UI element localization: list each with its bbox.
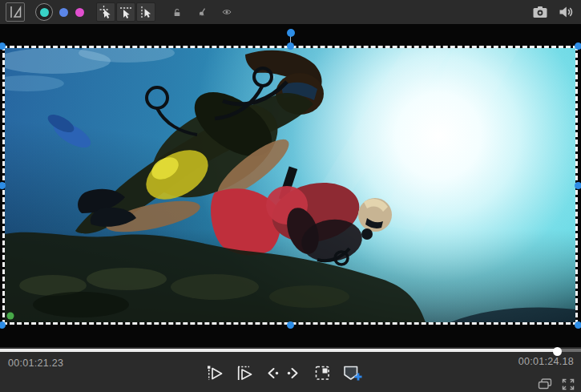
bottom-center-handle[interactable] bbox=[287, 321, 294, 329]
dashed-line-cursor-icon bbox=[119, 5, 133, 19]
add-marker-button[interactable] bbox=[341, 362, 362, 383]
eye-icon bbox=[222, 6, 232, 18]
picture-in-picture-button[interactable] bbox=[538, 378, 552, 390]
player-bottom-bar: 00:01:21.23 00:01:24.18 bbox=[0, 347, 581, 392]
current-timecode: 00:01:21.23 bbox=[8, 358, 63, 369]
mask-point-select-tool-button[interactable] bbox=[136, 2, 155, 22]
play-from-in-point-button[interactable] bbox=[204, 362, 225, 383]
fullscreen-button[interactable] bbox=[561, 378, 575, 390]
speaker-icon bbox=[559, 6, 573, 18]
bottom-left-handle[interactable] bbox=[0, 321, 6, 329]
erase-brush-button[interactable] bbox=[192, 2, 212, 22]
play-from-in-point-icon bbox=[206, 365, 224, 382]
fit-frame-button[interactable] bbox=[312, 362, 333, 383]
camera-icon bbox=[532, 6, 548, 18]
video-frame-selection[interactable] bbox=[2, 46, 578, 325]
previous-frame-icon bbox=[265, 367, 280, 379]
add-marker-icon bbox=[342, 365, 362, 382]
mask-option-group bbox=[167, 2, 236, 22]
teal-dot-icon bbox=[40, 8, 49, 17]
mask-color-teal-button[interactable] bbox=[35, 3, 53, 21]
flip-tool-button[interactable] bbox=[6, 2, 25, 22]
visibility-button[interactable] bbox=[217, 2, 236, 22]
middle-right-handle[interactable] bbox=[575, 182, 581, 189]
mask-tool-group bbox=[96, 2, 155, 22]
volume-button[interactable] bbox=[559, 6, 573, 18]
next-frame-icon bbox=[286, 367, 301, 379]
toolbar-left-group bbox=[6, 0, 236, 24]
next-frame-button[interactable] bbox=[283, 362, 304, 383]
seek-progress bbox=[0, 349, 557, 352]
top-toolbar bbox=[0, 0, 581, 25]
unlock-button[interactable] bbox=[167, 2, 187, 22]
mask-crosshair-tool-button[interactable] bbox=[96, 2, 115, 22]
mask-color-blue-button[interactable] bbox=[59, 8, 68, 17]
fullscreen-icon bbox=[562, 378, 575, 390]
top-right-handle[interactable] bbox=[575, 42, 581, 50]
mask-line-select-tool-button[interactable] bbox=[116, 2, 135, 22]
previous-frame-button[interactable] bbox=[262, 362, 283, 383]
video-editor-preview-window: 00:01:21.23 00:01:24.18 bbox=[0, 0, 581, 392]
seek-handle[interactable] bbox=[553, 347, 562, 356]
end-timecode: 00:01:24.18 bbox=[518, 356, 574, 367]
unlock-icon bbox=[172, 6, 182, 19]
seek-bar[interactable] bbox=[0, 349, 581, 352]
crosshair-cursor-icon bbox=[99, 5, 113, 19]
toolbar-right-group bbox=[532, 0, 573, 24]
coral-reef bbox=[5, 232, 575, 322]
flip-icon bbox=[7, 4, 23, 20]
preview-canvas bbox=[0, 24, 581, 347]
broom-icon bbox=[197, 6, 207, 19]
play-to-out-point-icon bbox=[236, 365, 253, 382]
underwater-video-content bbox=[5, 48, 575, 322]
scuba-divers-scene bbox=[5, 48, 575, 322]
play-to-out-point-button[interactable] bbox=[234, 362, 255, 383]
snapshot-button[interactable] bbox=[532, 6, 548, 18]
bottom-right-handle[interactable] bbox=[575, 321, 581, 329]
picture-in-picture-icon bbox=[538, 378, 552, 390]
top-center-handle[interactable] bbox=[287, 42, 294, 50]
playback-controls bbox=[204, 362, 362, 383]
dashed-edge-cursor-icon bbox=[139, 5, 153, 19]
mask-color-magenta-button[interactable] bbox=[75, 8, 84, 17]
bottom-right-icons bbox=[538, 378, 575, 390]
fit-frame-icon bbox=[314, 365, 331, 382]
rotation-handle[interactable] bbox=[287, 29, 295, 37]
